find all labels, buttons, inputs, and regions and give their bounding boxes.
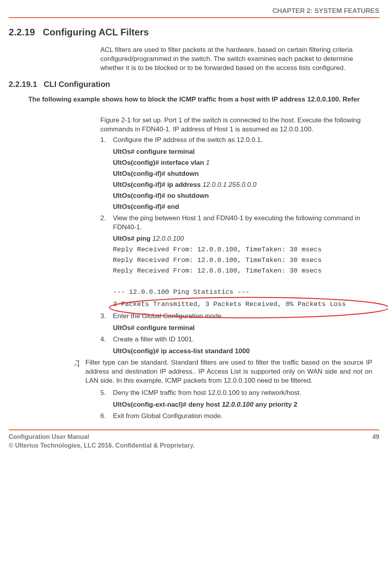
section-heading: 2.2.19 Configuring ACL Filters xyxy=(9,27,379,38)
highlighted-output: 3 Packets Transmitted, 3 Packets Receive… xyxy=(100,299,378,310)
cli-command: UltOs# ping 12.0.0.100 xyxy=(113,235,378,243)
step-2: 2. View the ping between Host 1 and FDN4… xyxy=(100,214,378,232)
example-lead: The following example shows how to block… xyxy=(9,95,379,104)
cli-command: UltOs# configure terminal xyxy=(113,324,378,332)
subsection-heading: 2.2.19.1 CLI Configuration xyxy=(9,80,379,89)
cli-command: UltOs(config-if)# ip address 12.0.0.1 25… xyxy=(113,181,378,189)
step-text: Configure the IP address of the switch a… xyxy=(113,136,378,145)
cli-command: UltOs# configure terminal xyxy=(113,148,378,156)
setup-paragraph: Figure 2-1 for set up. Port 1 of the swi… xyxy=(100,116,378,134)
cli-command: UltOs(config)# interface vlan 1 xyxy=(113,159,378,167)
note-callout: Filter type can be standard. Standard fi… xyxy=(74,358,372,385)
step-5: 5. Deny the ICMP traffic from host 12.0.… xyxy=(100,389,378,398)
note-pin-icon xyxy=(74,358,85,385)
step-number: 6. xyxy=(100,412,113,421)
page-footer: Configuration User Manual © Ulterius Tec… xyxy=(9,429,379,450)
cli-command: UltOs(config-ext-nacl)# deny host 12.0.0… xyxy=(113,401,378,409)
section-title: Configuring ACL Filters xyxy=(43,27,149,37)
section-number: 2.2.19 xyxy=(9,27,35,37)
cli-command: UltOs(config-if)# end xyxy=(113,203,378,211)
cli-command: UltOs(config-if)# shutdown xyxy=(113,170,378,178)
cli-command: UltOs(config)# ip access-list standard 1… xyxy=(113,347,378,355)
step-text: Create a filter with ID 1001. xyxy=(113,335,378,344)
cli-output: Reply Received From: 12.0.0.100, TimeTak… xyxy=(113,256,378,264)
step-3: 3. Enter the Global Configuration mode. xyxy=(100,312,378,321)
page-number: 49 xyxy=(372,433,379,450)
step-text: Exit from Global Configuration mode. xyxy=(113,412,378,421)
step-4: 4. Create a filter with ID 1001. xyxy=(100,335,378,344)
step-number: 2. xyxy=(100,214,113,232)
step-6: 6. Exit from Global Configuration mode. xyxy=(100,412,378,421)
subsection-number: 2.2.19.1 xyxy=(9,80,37,88)
footer-title: Configuration User Manual xyxy=(9,433,195,441)
section-intro: ACL filters are used to filter packets a… xyxy=(100,46,372,73)
step-text: Enter the Global Configuration mode. xyxy=(113,312,378,321)
step-number: 3. xyxy=(100,312,113,321)
subsection-title: CLI Configuration xyxy=(44,80,110,88)
cli-output: --- 12.0.0.100 Ping Statistics --- xyxy=(113,288,378,296)
page-header: CHAPTER 2: SYSTEM FEATURES xyxy=(9,7,379,18)
cli-command: UltOs(config-if)# no shutdown xyxy=(113,192,378,200)
step-number: 1. xyxy=(100,136,113,145)
footer-copyright: © Ulterius Technologies, LLC 2016. Confi… xyxy=(9,441,195,450)
step-number: 5. xyxy=(100,389,113,398)
step-text: Deny the ICMP traffic from host 12.0.0.1… xyxy=(113,389,378,398)
step-1: 1. Configure the IP address of the switc… xyxy=(100,136,378,145)
cli-output-blank xyxy=(113,278,378,285)
cli-output: Reply Received From: 12.0.0.100, TimeTak… xyxy=(113,267,378,275)
chapter-label: CHAPTER 2: SYSTEM FEATURES xyxy=(272,7,379,15)
cli-output: Reply Received From: 12.0.0.100, TimeTak… xyxy=(113,246,378,253)
step-text: View the ping between Host 1 and FDN40-1… xyxy=(113,214,378,232)
note-text: Filter type can be standard. Standard fi… xyxy=(85,358,372,385)
step-number: 4. xyxy=(100,335,113,344)
cli-output-summary: 3 Packets Transmitted, 3 Packets Receive… xyxy=(113,299,378,310)
